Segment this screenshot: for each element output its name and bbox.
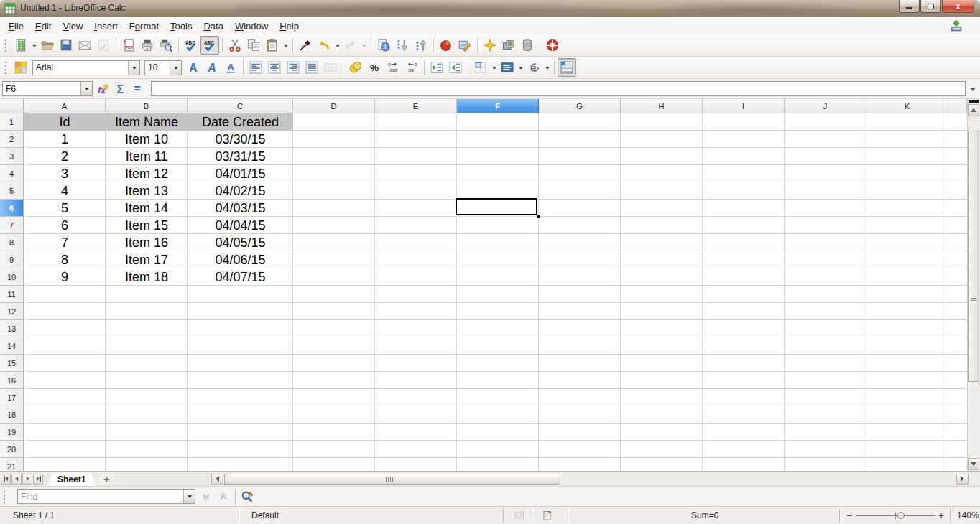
increase-indent-icon[interactable] bbox=[446, 58, 465, 77]
cell-C9[interactable]: 04/06/15 bbox=[188, 251, 293, 268]
row-header-1[interactable]: 1 bbox=[0, 113, 24, 131]
formula-input[interactable] bbox=[151, 81, 966, 96]
cell-B6[interactable]: Item 14 bbox=[106, 200, 188, 217]
undo-icon[interactable] bbox=[315, 36, 333, 55]
row-header-20[interactable]: 20 bbox=[0, 441, 24, 458]
row-header-16[interactable]: 16 bbox=[0, 372, 24, 389]
borders-dropdown[interactable] bbox=[490, 58, 498, 77]
update-available-icon[interactable] bbox=[950, 19, 963, 32]
auto-spellcheck-icon[interactable]: ABC bbox=[200, 36, 219, 55]
cell-C4[interactable]: 04/01/15 bbox=[188, 165, 293, 182]
scroll-up-button[interactable] bbox=[968, 104, 979, 116]
open-icon[interactable] bbox=[38, 36, 57, 55]
column-header-D[interactable]: D bbox=[293, 99, 375, 113]
paste-dropdown[interactable] bbox=[282, 36, 290, 55]
row-header-2[interactable]: 2 bbox=[0, 131, 24, 148]
row-header-4[interactable]: 4 bbox=[0, 165, 24, 182]
gallery-icon[interactable] bbox=[499, 36, 518, 55]
menu-tools[interactable]: Tools bbox=[165, 19, 198, 34]
save-icon[interactable] bbox=[57, 36, 75, 55]
cell-C2[interactable]: 03/30/15 bbox=[188, 131, 293, 148]
sum-icon[interactable]: Σ bbox=[112, 80, 129, 98]
add-sheet-button[interactable]: + bbox=[97, 472, 116, 485]
zoom-slider-thumb[interactable] bbox=[897, 512, 905, 519]
background-color-dropdown[interactable] bbox=[517, 58, 524, 77]
cell-B10[interactable]: Item 18 bbox=[106, 268, 188, 286]
minimize-button[interactable] bbox=[899, 0, 920, 13]
font-size-combo-value[interactable]: 10 bbox=[145, 62, 170, 72]
scroll-down-button[interactable] bbox=[968, 458, 979, 470]
toolbar-grip[interactable] bbox=[4, 38, 9, 52]
toolbar-grip[interactable] bbox=[2, 490, 8, 504]
find-input[interactable]: Find bbox=[17, 489, 195, 504]
cut-icon[interactable] bbox=[226, 36, 244, 55]
row-header-12[interactable]: 12 bbox=[0, 303, 24, 320]
sort-ascending-icon[interactable] bbox=[393, 36, 412, 55]
cell-A7[interactable]: 6 bbox=[24, 217, 106, 234]
new-document-icon[interactable] bbox=[11, 36, 30, 55]
row-header-10[interactable]: 10 bbox=[0, 268, 24, 286]
cell-B9[interactable]: Item 17 bbox=[106, 251, 188, 268]
spelling-icon[interactable]: ABC bbox=[182, 36, 200, 55]
row-header-14[interactable]: 14 bbox=[0, 337, 24, 355]
font-color-icon[interactable]: a bbox=[524, 58, 543, 77]
row-header-18[interactable]: 18 bbox=[0, 406, 24, 424]
vertical-split-handle[interactable] bbox=[969, 100, 979, 103]
previous-sheet-button[interactable] bbox=[11, 474, 22, 485]
cell-B7[interactable]: Item 15 bbox=[106, 217, 188, 234]
cell-C8[interactable]: 04/05/15 bbox=[188, 234, 293, 251]
zoom-out-button[interactable]: − bbox=[846, 510, 852, 521]
find-previous-icon[interactable] bbox=[215, 489, 232, 505]
function-wizard-icon[interactable]: fx bbox=[95, 80, 112, 98]
font-name-combo-value[interactable]: Arial bbox=[33, 62, 128, 72]
column-header-B[interactable]: B bbox=[106, 99, 188, 113]
currency-format-icon[interactable] bbox=[346, 58, 365, 77]
sort-descending-icon[interactable] bbox=[412, 36, 430, 55]
last-sheet-button[interactable] bbox=[33, 474, 43, 485]
row-header-19[interactable]: 19 bbox=[0, 424, 24, 441]
zoom-slider-track[interactable] bbox=[856, 515, 935, 516]
help-icon[interactable] bbox=[543, 36, 562, 55]
cell-C1[interactable]: Date Created bbox=[188, 113, 293, 131]
document-modified-icon[interactable]: * bbox=[542, 510, 553, 523]
first-sheet-button[interactable] bbox=[1, 474, 11, 485]
column-header-F[interactable]: F bbox=[457, 99, 539, 113]
cell-C7[interactable]: 04/04/15 bbox=[188, 217, 293, 234]
cell-B8[interactable]: Item 16 bbox=[106, 234, 188, 251]
show-draw-functions-icon[interactable] bbox=[456, 36, 474, 55]
row-header-7[interactable]: 7 bbox=[0, 217, 24, 234]
cell-C5[interactable]: 04/02/15 bbox=[188, 182, 293, 200]
column-header-G[interactable]: G bbox=[539, 99, 621, 113]
selection-mode-icon[interactable] bbox=[514, 510, 526, 523]
font-size-combo-dropdown[interactable] bbox=[170, 61, 181, 75]
next-sheet-button[interactable] bbox=[22, 474, 32, 485]
row-header-9[interactable]: 9 bbox=[0, 251, 24, 268]
row-header-15[interactable]: 15 bbox=[0, 355, 24, 372]
new-document-dropdown[interactable] bbox=[30, 36, 38, 55]
horizontal-scrollbar[interactable] bbox=[211, 473, 980, 485]
insert-chart-icon[interactable] bbox=[437, 36, 456, 55]
navigator-icon[interactable] bbox=[481, 36, 499, 55]
print-icon[interactable] bbox=[138, 36, 157, 55]
cell-A8[interactable]: 7 bbox=[24, 234, 106, 251]
clone-formatting-icon[interactable] bbox=[296, 36, 315, 55]
cell-A3[interactable]: 2 bbox=[24, 148, 106, 165]
find-next-icon[interactable] bbox=[198, 489, 215, 505]
undo-dropdown[interactable] bbox=[333, 36, 341, 55]
column-header-H[interactable]: H bbox=[621, 99, 703, 113]
hyperlink-icon[interactable] bbox=[374, 36, 393, 55]
font-color-dropdown[interactable] bbox=[543, 58, 551, 77]
toolbar-grip[interactable] bbox=[4, 60, 9, 75]
font-name-combo-dropdown[interactable] bbox=[128, 61, 139, 75]
select-all-corner[interactable] bbox=[0, 99, 24, 113]
bold-icon[interactable]: A bbox=[184, 58, 203, 77]
cell-B3[interactable]: Item 11 bbox=[106, 148, 188, 165]
align-right-icon[interactable] bbox=[284, 58, 302, 77]
menu-file[interactable]: File bbox=[3, 19, 29, 34]
column-header-partial[interactable] bbox=[948, 99, 967, 113]
scroll-left-button[interactable] bbox=[211, 474, 223, 485]
copy-icon[interactable] bbox=[244, 36, 263, 55]
menu-edit[interactable]: Edit bbox=[29, 19, 57, 34]
zoom-in-button[interactable]: + bbox=[938, 510, 944, 521]
align-left-icon[interactable] bbox=[246, 58, 265, 77]
